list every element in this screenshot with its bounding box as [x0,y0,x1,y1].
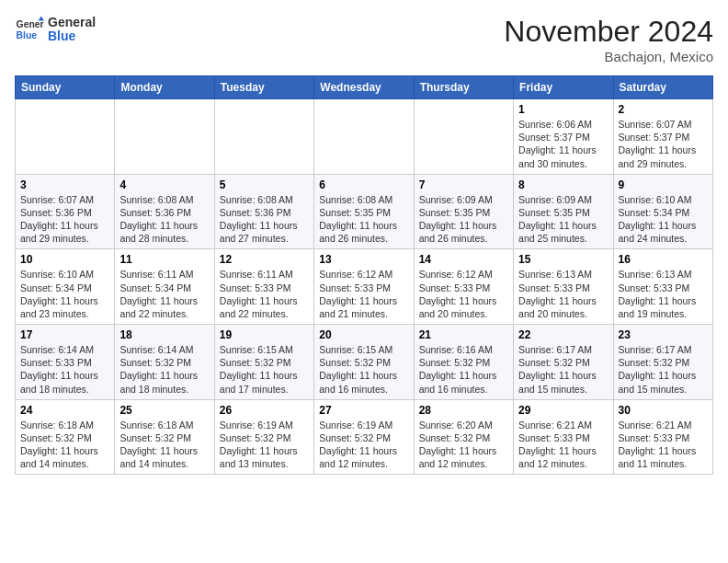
calendar-cell: 12Sunrise: 6:11 AM Sunset: 5:33 PM Dayli… [214,249,313,325]
day-info: Sunrise: 6:18 AM Sunset: 5:32 PM Dayligh… [20,419,109,471]
calendar-cell: 5Sunrise: 6:08 AM Sunset: 5:36 PM Daylig… [214,174,313,249]
day-number: 17 [20,328,109,341]
day-number: 30 [619,404,708,417]
title-block: November 2024 Bachajon, Mexico [504,15,713,64]
day-number: 20 [319,328,408,341]
calendar-cell: 15Sunrise: 6:13 AM Sunset: 5:33 PM Dayli… [514,249,613,325]
calendar-cell: 6Sunrise: 6:08 AM Sunset: 5:35 PM Daylig… [314,174,414,249]
day-info: Sunrise: 6:15 AM Sunset: 5:32 PM Dayligh… [319,343,408,396]
svg-marker-2 [39,17,44,21]
calendar-cell: 14Sunrise: 6:12 AM Sunset: 5:33 PM Dayli… [414,249,513,325]
calendar-cell: 23Sunrise: 6:17 AM Sunset: 5:32 PM Dayli… [613,325,712,400]
calendar-cell: 18Sunrise: 6:14 AM Sunset: 5:32 PM Dayli… [115,325,214,400]
day-info: Sunrise: 6:21 AM Sunset: 5:33 PM Dayligh… [518,419,608,471]
day-info: Sunrise: 6:14 AM Sunset: 5:32 PM Dayligh… [119,343,209,396]
calendar-cell: 26Sunrise: 6:19 AM Sunset: 5:32 PM Dayli… [214,399,313,475]
calendar-cell: 21Sunrise: 6:16 AM Sunset: 5:32 PM Dayli… [414,325,513,400]
calendar-cell: 7Sunrise: 6:09 AM Sunset: 5:35 PM Daylig… [414,174,513,249]
page-header: General Blue General Blue November 2024 … [15,15,713,64]
day-info: Sunrise: 6:10 AM Sunset: 5:34 PM Dayligh… [20,268,109,320]
month-title: November 2024 [504,15,713,49]
day-info: Sunrise: 6:13 AM Sunset: 5:33 PM Dayligh… [619,268,708,320]
column-header-friday: Friday [514,76,613,99]
day-number: 15 [518,253,608,266]
calendar-cell: 3Sunrise: 6:07 AM Sunset: 5:36 PM Daylig… [16,174,115,249]
day-info: Sunrise: 6:18 AM Sunset: 5:32 PM Dayligh… [119,419,209,471]
day-info: Sunrise: 6:08 AM Sunset: 5:35 PM Dayligh… [319,193,408,246]
calendar-table: SundayMondayTuesdayWednesdayThursdayFrid… [15,75,713,475]
day-number: 29 [518,404,608,417]
calendar-cell: 13Sunrise: 6:12 AM Sunset: 5:33 PM Dayli… [314,249,414,325]
calendar-cell: 30Sunrise: 6:21 AM Sunset: 5:33 PM Dayli… [613,399,712,475]
calendar-week-row: 1Sunrise: 6:06 AM Sunset: 5:37 PM Daylig… [16,99,713,175]
day-number: 24 [20,404,109,417]
calendar-cell: 16Sunrise: 6:13 AM Sunset: 5:33 PM Dayli… [613,249,712,325]
calendar-cell: 1Sunrise: 6:06 AM Sunset: 5:37 PM Daylig… [514,99,613,175]
calendar-header-row: SundayMondayTuesdayWednesdayThursdayFrid… [16,76,713,99]
calendar-cell: 2Sunrise: 6:07 AM Sunset: 5:37 PM Daylig… [613,99,712,175]
day-number: 25 [119,404,209,417]
day-number: 18 [119,328,209,341]
calendar-cell: 19Sunrise: 6:15 AM Sunset: 5:32 PM Dayli… [214,325,313,400]
day-number: 13 [319,253,408,266]
column-header-monday: Monday [115,76,214,99]
logo-general-text: General [48,16,96,29]
day-info: Sunrise: 6:12 AM Sunset: 5:33 PM Dayligh… [419,268,508,320]
column-header-sunday: Sunday [16,76,115,99]
day-info: Sunrise: 6:09 AM Sunset: 5:35 PM Dayligh… [518,193,608,246]
day-info: Sunrise: 6:09 AM Sunset: 5:35 PM Dayligh… [419,193,508,246]
calendar-cell [414,99,513,175]
day-number: 12 [220,253,309,266]
column-header-tuesday: Tuesday [214,76,313,99]
day-info: Sunrise: 6:11 AM Sunset: 5:33 PM Dayligh… [220,268,309,320]
calendar-cell [214,99,313,175]
day-number: 2 [619,103,708,116]
day-number: 23 [619,328,708,341]
calendar-cell: 20Sunrise: 6:15 AM Sunset: 5:32 PM Dayli… [314,325,414,400]
day-info: Sunrise: 6:17 AM Sunset: 5:32 PM Dayligh… [619,343,708,396]
calendar-cell: 17Sunrise: 6:14 AM Sunset: 5:33 PM Dayli… [16,325,115,400]
day-number: 7 [419,178,508,191]
day-number: 5 [220,178,309,191]
day-number: 14 [419,253,508,266]
calendar-cell: 28Sunrise: 6:20 AM Sunset: 5:32 PM Dayli… [414,399,513,475]
day-number: 21 [419,328,508,341]
calendar-week-row: 17Sunrise: 6:14 AM Sunset: 5:33 PM Dayli… [16,325,713,400]
calendar-cell: 22Sunrise: 6:17 AM Sunset: 5:32 PM Dayli… [514,325,613,400]
day-number: 10 [20,253,109,266]
day-info: Sunrise: 6:17 AM Sunset: 5:32 PM Dayligh… [518,343,608,396]
calendar-cell [16,99,115,175]
calendar-cell: 29Sunrise: 6:21 AM Sunset: 5:33 PM Dayli… [514,399,613,475]
logo-text: General Blue [48,16,96,44]
logo-blue-text: Blue [48,29,96,43]
day-info: Sunrise: 6:12 AM Sunset: 5:33 PM Dayligh… [319,268,408,320]
day-number: 22 [518,328,608,341]
calendar-cell: 27Sunrise: 6:19 AM Sunset: 5:32 PM Dayli… [314,399,414,475]
calendar-cell: 9Sunrise: 6:10 AM Sunset: 5:34 PM Daylig… [613,174,712,249]
calendar-cell: 11Sunrise: 6:11 AM Sunset: 5:34 PM Dayli… [115,249,214,325]
day-info: Sunrise: 6:07 AM Sunset: 5:36 PM Dayligh… [20,193,109,246]
day-number: 28 [419,404,508,417]
day-number: 1 [518,103,608,116]
day-info: Sunrise: 6:08 AM Sunset: 5:36 PM Dayligh… [220,193,309,246]
calendar-cell: 24Sunrise: 6:18 AM Sunset: 5:32 PM Dayli… [16,399,115,475]
day-number: 11 [119,253,209,266]
day-info: Sunrise: 6:08 AM Sunset: 5:36 PM Dayligh… [119,193,209,246]
calendar-cell: 10Sunrise: 6:10 AM Sunset: 5:34 PM Dayli… [16,249,115,325]
calendar-week-row: 24Sunrise: 6:18 AM Sunset: 5:32 PM Dayli… [16,399,713,475]
day-info: Sunrise: 6:16 AM Sunset: 5:32 PM Dayligh… [419,343,508,396]
calendar-cell [115,99,214,175]
day-info: Sunrise: 6:20 AM Sunset: 5:32 PM Dayligh… [419,419,508,471]
day-number: 19 [220,328,309,341]
svg-text:General: General [17,19,44,29]
svg-text:Blue: Blue [17,30,38,40]
logo-icon: General Blue [15,15,44,44]
logo: General Blue General Blue [15,15,96,44]
day-number: 26 [220,404,309,417]
day-info: Sunrise: 6:13 AM Sunset: 5:33 PM Dayligh… [518,268,608,320]
day-number: 27 [319,404,408,417]
column-header-wednesday: Wednesday [314,76,414,99]
day-info: Sunrise: 6:06 AM Sunset: 5:37 PM Dayligh… [518,118,608,170]
day-info: Sunrise: 6:11 AM Sunset: 5:34 PM Dayligh… [119,268,209,320]
day-info: Sunrise: 6:10 AM Sunset: 5:34 PM Dayligh… [619,193,708,246]
